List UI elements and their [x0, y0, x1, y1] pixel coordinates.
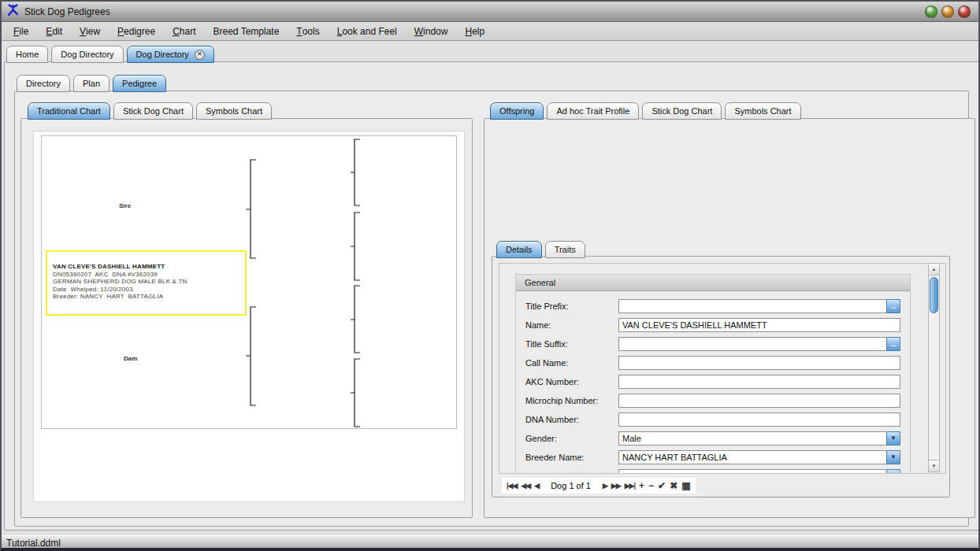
- grid-button[interactable]: ▦: [681, 480, 690, 491]
- traditional-chart: Sire Dam VAN CLEVE'S DASHIELL HAMMETT DN…: [41, 135, 457, 429]
- gender-field[interactable]: Male: [618, 431, 900, 446]
- chart-tabs: Traditional ChartStick Dog ChartSymbols …: [28, 102, 275, 120]
- chart-tab-label: Stick Dog Chart: [123, 106, 184, 116]
- dog-record-navigator: |◀◀◀◀◀Dog 1 of 1▶▶▶▶▶|+−✔✖▦: [502, 478, 696, 494]
- details-panel: General Title Prefix:...Name:VAN CLEVE'S…: [492, 256, 950, 497]
- item-dropdown-button[interactable]: ▼: [886, 469, 900, 474]
- dog-whelped: Date Whelped: 11/20/2003: [53, 286, 245, 294]
- add-button[interactable]: +: [639, 480, 644, 491]
- item-field[interactable]: [618, 469, 900, 474]
- view-tab-label: Directory: [26, 79, 61, 88]
- title-suffix-lookup-button[interactable]: ...: [886, 337, 900, 351]
- dog-tab-stick-dog-chart[interactable]: Stick Dog Chart: [642, 102, 722, 120]
- doc-tab-home[interactable]: Home: [6, 46, 48, 63]
- menu-bar: FileEditViewPedigreeChartBreed TemplateT…: [2, 22, 978, 41]
- form-row: Call Name:: [525, 356, 900, 370]
- minimize-button[interactable]: [925, 6, 937, 18]
- doc-tab-dog-directory[interactable]: Dog Directory✕: [127, 46, 214, 63]
- menu-pedigree[interactable]: Pedigree: [109, 22, 164, 40]
- app-window: Stick Dog Pedigrees FileEditViewPedigree…: [0, 0, 980, 551]
- nav-last-button[interactable]: ▶▶|: [625, 482, 635, 490]
- nav-prev-button[interactable]: ◀: [534, 482, 539, 490]
- status-bar: Tutorial.ddml: [2, 535, 978, 550]
- remove-button[interactable]: −: [648, 480, 654, 491]
- doc-tab-dog-directory[interactable]: Dog Directory: [51, 46, 123, 63]
- menu-edit[interactable]: Edit: [37, 22, 71, 40]
- title-prefix-lookup-button[interactable]: ...: [886, 299, 900, 313]
- dog-tab-ad-hoc-trait-profile[interactable]: Ad hoc Trait Profile: [547, 102, 639, 120]
- menu-help[interactable]: Help: [456, 22, 493, 40]
- form-row: ▼: [525, 469, 900, 474]
- doc-tab-label: Dog Directory: [136, 50, 189, 59]
- scroll-down-icon[interactable]: ▼: [929, 460, 939, 471]
- dog-name: VAN CLEVE'S DASHIELL HAMMETT: [53, 263, 245, 271]
- detail-tab-traits[interactable]: Traits: [545, 241, 585, 258]
- detail-tabs: DetailsTraits: [496, 241, 588, 258]
- akc-number-field[interactable]: [618, 375, 900, 389]
- title-prefix-label: Title Prefix:: [525, 301, 618, 311]
- view-tab-label: Plan: [83, 79, 100, 88]
- dog-tab-label: Stick Dog Chart: [651, 106, 712, 116]
- title-suffix-field[interactable]: [618, 337, 900, 351]
- form-row: DNA Number:: [525, 412, 900, 427]
- menu-look-and-feel[interactable]: Look and Feel: [329, 22, 406, 40]
- cancel-button[interactable]: ✖: [670, 480, 677, 491]
- scroll-up-icon[interactable]: ▲: [929, 264, 939, 276]
- chart-tab-symbols-chart[interactable]: Symbols Chart: [196, 102, 272, 120]
- view-tab-directory[interactable]: Directory: [17, 75, 70, 92]
- field-control: ...: [618, 299, 900, 313]
- dog-tab-symbols-chart[interactable]: Symbols Chart: [725, 102, 800, 120]
- title-prefix-field[interactable]: [618, 299, 900, 313]
- nav-next-button[interactable]: ▶: [603, 482, 607, 490]
- gender-dropdown-button[interactable]: ▼: [886, 431, 900, 446]
- akc-number-label: AKC Number:: [525, 377, 618, 386]
- selected-dog-node[interactable]: VAN CLEVE'S DASHIELL HAMMETT DN05360207 …: [46, 250, 247, 316]
- dog-breed: GERMAN SHEPHERD DOG MALE BLK & TN: [53, 278, 245, 286]
- call-name-field[interactable]: [618, 356, 900, 370]
- dog-tabs: OffspringAd hoc Trait ProfileStick Dog C…: [490, 102, 804, 120]
- nav-forward-button[interactable]: ▶▶: [611, 482, 621, 490]
- doc-tab-label: Home: [16, 50, 39, 59]
- field-control: [618, 375, 900, 389]
- dog-counter: Dog 1 of 1: [543, 481, 599, 490]
- form-row: Name:VAN CLEVE'S DASHIELL HAMMETT: [525, 318, 900, 332]
- menu-file[interactable]: File: [5, 22, 37, 40]
- dog-registration: DN05360207 AKC DNA #V362039: [53, 271, 245, 279]
- chart-tab-traditional-chart[interactable]: Traditional Chart: [28, 102, 110, 120]
- close-button[interactable]: [958, 6, 971, 18]
- menu-chart[interactable]: Chart: [164, 22, 204, 40]
- dna-number-label: DNA Number:: [525, 415, 618, 424]
- name-label: Name:: [525, 320, 618, 330]
- breeder-name-dropdown-button[interactable]: ▼: [886, 450, 900, 464]
- details-scrollbar[interactable]: ▲ ▼: [928, 263, 940, 472]
- title-bar[interactable]: Stick Dog Pedigrees: [2, 2, 978, 22]
- nav-first-button[interactable]: |◀◀: [507, 482, 517, 490]
- menu-breed-template[interactable]: Breed Template: [205, 22, 288, 40]
- doc-tab-label: Dog Directory: [61, 50, 113, 59]
- detail-tab-details[interactable]: Details: [496, 241, 542, 258]
- name-field[interactable]: VAN CLEVE'S DASHIELL HAMMETT: [618, 318, 900, 332]
- scrollbar-thumb[interactable]: [930, 277, 938, 313]
- dog-tab-offspring[interactable]: Offspring: [490, 102, 544, 120]
- menu-window[interactable]: Window: [406, 22, 457, 40]
- maximize-button[interactable]: [941, 6, 954, 18]
- breeder-name-field[interactable]: NANCY HART BATTAGLIA: [618, 450, 900, 464]
- commit-button[interactable]: ✔: [658, 480, 666, 491]
- menu-tools[interactable]: Tools: [288, 22, 328, 40]
- view-tab-label: Pedigree: [122, 79, 157, 88]
- view-tab-pedigree[interactable]: Pedigree: [113, 75, 166, 92]
- nav-rewind-button[interactable]: ◀◀: [521, 482, 530, 490]
- view-tab-plan[interactable]: Plan: [73, 75, 110, 92]
- details-scroll-area: General Title Prefix:...Name:VAN CLEVE'S…: [499, 263, 946, 474]
- dna-number-field[interactable]: [618, 412, 900, 427]
- microchip-number-field[interactable]: [618, 394, 900, 408]
- dog-tab-label: Ad hoc Trait Profile: [556, 106, 629, 116]
- tab-close-icon[interactable]: ✕: [195, 50, 205, 60]
- form-row: Gender:Male▼: [525, 431, 900, 446]
- detail-tab-label: Traits: [555, 245, 576, 254]
- view-tabs: DirectoryPlanPedigree: [17, 75, 169, 92]
- dog-tab-label: Offspring: [499, 106, 534, 116]
- chart-tab-stick-dog-chart[interactable]: Stick Dog Chart: [113, 102, 193, 120]
- general-title: General: [516, 275, 910, 291]
- menu-view[interactable]: View: [71, 22, 109, 40]
